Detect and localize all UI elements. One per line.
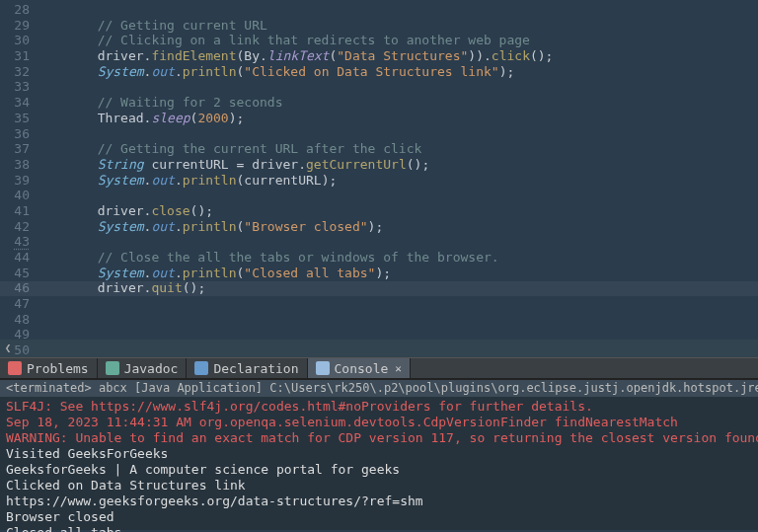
- code-token: "Clicked on Data Structures link": [244, 64, 498, 79]
- code-token: ();: [190, 203, 213, 218]
- code-token: [36, 157, 98, 172]
- code-line[interactable]: [36, 312, 758, 328]
- tab-declaration[interactable]: Declaration: [187, 358, 307, 378]
- code-token: .: [175, 219, 183, 234]
- code-token: System: [98, 173, 144, 188]
- code-token: currentURL: [151, 157, 228, 172]
- line-number: 31: [0, 48, 30, 64]
- line-number: 34: [0, 95, 30, 111]
- console-line: GeeksforGeeks | A computer science porta…: [6, 462, 752, 478]
- horizontal-scrollbar[interactable]: ❮: [0, 340, 758, 357]
- code-token: linkText: [267, 48, 330, 63]
- code-line[interactable]: // Getting current URL: [36, 18, 758, 34]
- code-token: );: [322, 173, 338, 188]
- code-line[interactable]: // Clicking on a link that redirects to …: [36, 33, 758, 48]
- bottom-tab-bar[interactable]: ProblemsJavadocDeclarationConsole✕: [0, 357, 758, 379]
- code-token: currentURL: [244, 173, 321, 188]
- tab-problems[interactable]: Problems: [0, 358, 98, 378]
- tab-label: Problems: [27, 361, 89, 376]
- code-token: out: [151, 266, 174, 280]
- code-token: System: [98, 266, 144, 280]
- code-token: .: [175, 64, 183, 79]
- code-token: 2000: [197, 111, 228, 125]
- code-line[interactable]: System.out.println("Clicked on Data Stru…: [36, 64, 758, 80]
- line-number: 43: [0, 234, 30, 250]
- line-number: 37: [0, 141, 30, 157]
- code-editor[interactable]: 2829303132333435363738394041424344454647…: [0, 0, 758, 340]
- console-line: Closed all tabs: [6, 525, 752, 532]
- line-number: 41: [0, 203, 30, 219]
- code-token: );: [368, 219, 384, 234]
- tab-label: Javadoc: [124, 361, 179, 376]
- console-line: Browser closed: [6, 509, 752, 525]
- code-token: driver: [252, 157, 298, 172]
- line-number: 48: [0, 312, 30, 328]
- code-token: [36, 95, 98, 110]
- code-line[interactable]: [36, 234, 758, 250]
- code-token: // Getting current URL: [98, 18, 267, 33]
- code-line[interactable]: driver.close();: [36, 203, 758, 219]
- code-token: println: [183, 266, 237, 280]
- console-output[interactable]: SLF4J: See https://www.slf4j.org/codes.h…: [0, 397, 758, 530]
- console-line: Sep 18, 2023 11:44:31 AM org.openqa.sele…: [6, 415, 752, 430]
- code-line[interactable]: String currentURL = driver.getCurrentUrl…: [36, 157, 758, 173]
- code-line[interactable]: [36, 126, 758, 142]
- line-number: 35: [0, 111, 30, 126]
- code-token: Thread: [98, 111, 144, 125]
- code-token: quit: [151, 280, 182, 295]
- problems-icon: [8, 361, 22, 375]
- code-area[interactable]: // Getting current URL // Clicking on a …: [36, 0, 758, 340]
- code-line[interactable]: // Getting the current URL after the cli…: [36, 141, 758, 157]
- code-line[interactable]: driver.quit();: [36, 280, 758, 296]
- console-icon: [316, 361, 330, 375]
- code-line[interactable]: System.out.println("Closed all tabs");: [36, 266, 758, 281]
- code-token: [36, 219, 98, 234]
- code-line[interactable]: System.out.println(currentURL);: [36, 173, 758, 189]
- code-token: [36, 111, 98, 125]
- tab-console[interactable]: Console✕: [308, 358, 411, 378]
- code-token: String: [98, 157, 144, 172]
- console-line: https://www.geeksforgeeks.org/data-struc…: [6, 494, 752, 509]
- console-line: WARNING: Unable to find an exact match f…: [6, 430, 752, 446]
- code-line[interactable]: driver.findElement(By.linkText("Data Str…: [36, 48, 758, 64]
- code-line[interactable]: [36, 296, 758, 312]
- code-token: println: [183, 64, 237, 79]
- code-token: driver: [98, 203, 144, 218]
- code-token: .: [260, 48, 267, 63]
- code-token: =: [229, 157, 252, 172]
- line-number: 32: [0, 64, 30, 80]
- code-token: .: [298, 157, 306, 172]
- code-token: [36, 141, 98, 156]
- code-line[interactable]: [36, 327, 758, 340]
- code-token: .: [175, 173, 183, 188]
- code-token: [36, 64, 98, 79]
- tab-javadoc[interactable]: Javadoc: [98, 358, 188, 378]
- code-line[interactable]: // Waiting for 2 seconds: [36, 95, 758, 111]
- code-line[interactable]: [36, 2, 758, 18]
- line-number: 40: [0, 188, 30, 203]
- close-icon[interactable]: ✕: [395, 362, 402, 375]
- code-line[interactable]: [36, 188, 758, 203]
- code-token: sleep: [151, 111, 190, 125]
- code-line[interactable]: // Close the all the tabs or windows of …: [36, 250, 758, 266]
- code-token: [36, 234, 98, 249]
- code-token: getCurrentUrl: [306, 157, 407, 172]
- console-line: Clicked on Data Structures link: [6, 478, 752, 494]
- code-token: // Getting the current URL after the cli…: [98, 141, 422, 156]
- code-token: [36, 266, 98, 280]
- code-token: println: [183, 219, 237, 234]
- console-run-header: <terminated> abcx [Java Application] C:\…: [0, 379, 758, 397]
- line-number: 39: [0, 173, 30, 189]
- code-line[interactable]: System.out.println("Browser closed");: [36, 219, 758, 235]
- line-number: 28: [0, 2, 30, 18]
- code-token: [36, 48, 98, 63]
- code-line[interactable]: Thread.sleep(2000);: [36, 111, 758, 126]
- code-token: out: [151, 64, 174, 79]
- code-token: ();: [407, 157, 429, 172]
- line-number: 42: [0, 219, 30, 235]
- code-token: "Closed all tabs": [244, 266, 375, 280]
- code-line[interactable]: [36, 79, 758, 95]
- line-number: 33: [0, 79, 30, 95]
- code-token: [36, 203, 98, 218]
- console-line: SLF4J: See https://www.slf4j.org/codes.h…: [6, 399, 752, 415]
